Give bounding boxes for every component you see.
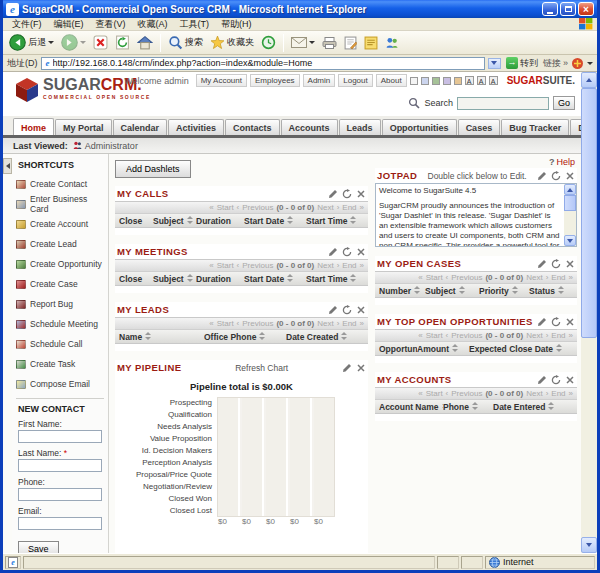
col-account-name[interactable]: Account Name [379,402,443,412]
refresh-button[interactable] [113,34,132,51]
go-button[interactable]: → 转到 [504,57,540,70]
edit-dashlet-icon[interactable] [328,247,338,257]
col-subject[interactable]: Subject [153,274,196,284]
nav-my-account[interactable]: My Account [196,74,247,87]
pagination-next[interactable]: Next [526,331,542,340]
close-dashlet-icon[interactable] [565,171,575,181]
pagination-end[interactable]: End [342,319,356,328]
pagination-previous[interactable]: Previous [451,273,482,282]
edit-dashlet-icon[interactable] [328,189,338,199]
pagination-end[interactable]: End [342,261,356,270]
tab-cases[interactable]: Cases [458,119,501,135]
shortcut-enter-business-card[interactable]: Enter Business Card [16,194,104,214]
theme-swatch-white[interactable] [410,77,418,85]
pagination-end[interactable]: End [342,203,356,212]
mail-button[interactable] [289,35,317,50]
col-phone[interactable]: Phone [443,402,493,412]
address-input[interactable]: e http://192.168.0.148/crm/index.php?act… [41,57,485,70]
refresh-dashlet-icon[interactable] [551,317,561,327]
tab-bug-tracker[interactable]: Bug Tracker [501,119,569,135]
col-start-time[interactable]: Start Time [306,216,364,226]
col-amount[interactable]: Amount [417,344,469,354]
toolbar-extension-icon[interactable] [571,57,584,70]
refresh-dashlet-icon[interactable] [551,259,561,269]
print-button[interactable] [320,35,339,51]
shortcut-create-account[interactable]: Create Account [16,214,104,234]
nav-employees[interactable]: Employees [250,74,300,87]
pagination-start[interactable]: Start [217,203,234,212]
site-search-input[interactable] [457,97,549,110]
last-viewed-administrator[interactable]: Administrator [73,141,138,151]
edit-dashlet-icon[interactable] [537,375,547,385]
add-dashlets-button[interactable]: Add Dashlets [115,160,191,178]
edit-dashlet-icon[interactable] [342,363,352,373]
col-expected-close-date[interactable]: Expected Close Date [469,344,573,354]
tab-home[interactable]: Home [13,118,54,135]
history-button[interactable] [259,34,278,51]
shortcut-report-bug[interactable]: Report Bug [16,294,104,314]
menu-tools[interactable]: 工具(T) [175,18,215,31]
email-field[interactable] [18,517,102,530]
pagination-next[interactable]: Next [317,319,333,328]
back-button[interactable]: 后退 [7,33,56,52]
last-name-field[interactable] [18,459,102,472]
col-subject[interactable]: Subject [425,286,479,296]
shortcut-compose-email[interactable]: Compose Email [16,374,104,394]
col-close[interactable]: Close [119,216,153,226]
close-dashlet-icon[interactable] [565,259,575,269]
close-dashlet-icon[interactable] [356,189,366,199]
close-button[interactable]: × [578,2,594,16]
tab-contacts[interactable]: Contacts [225,119,280,135]
theme-swatch-purple[interactable] [443,77,451,85]
pagination-previous[interactable]: Previous [242,203,273,212]
maximize-button[interactable] [560,2,576,16]
col-number[interactable]: Number [379,286,425,296]
shortcut-schedule-call[interactable]: Schedule Call [16,334,104,354]
col-subject[interactable]: Subject [153,216,196,226]
pagination-next[interactable]: Next [317,203,333,212]
refresh-dashlet-icon[interactable] [551,171,561,181]
pagination-previous[interactable]: Previous [242,319,273,328]
scroll-up-icon[interactable] [581,72,597,88]
col-date-created[interactable]: Date Created [286,332,364,342]
first-name-field[interactable] [18,430,102,443]
menu-file[interactable]: 文件(F) [7,18,47,31]
edit-dashlet-icon[interactable] [537,317,547,327]
shortcut-create-opportunity[interactable]: Create Opportunity [16,254,104,274]
refresh-dashlet-icon[interactable] [342,305,352,315]
site-search-go-button[interactable]: Go [553,96,575,110]
notes-button[interactable] [362,35,380,51]
pagination-end[interactable]: End [551,389,565,398]
edit-dashlet-icon[interactable] [537,259,547,269]
nav-about[interactable]: About [376,74,407,87]
tab-activities[interactable]: Activities [168,119,224,135]
col-duration[interactable]: Duration [196,274,244,284]
refresh-dashlet-icon[interactable] [342,247,352,257]
forward-button[interactable] [59,33,88,52]
menu-help[interactable]: 帮助(H) [216,18,257,31]
save-button[interactable]: Save [18,541,59,553]
pagination-previous[interactable]: Previous [451,331,482,340]
col-duration[interactable]: Duration [196,216,244,226]
refresh-chart-link[interactable]: Refresh Chart [181,363,342,373]
pagination-start[interactable]: Start [426,273,443,282]
col-priority[interactable]: Priority [479,286,529,296]
scrollbar-thumb[interactable] [581,88,597,338]
font-size-small-button[interactable]: A [465,76,474,85]
close-dashlet-icon[interactable] [356,247,366,257]
page-scrollbar[interactable] [581,72,597,553]
address-dropdown-button[interactable] [488,58,501,69]
pagination-next[interactable]: Next [317,261,333,270]
col-date-entered[interactable]: Date Entered [493,402,573,412]
favorites-button[interactable]: 收藏夹 [208,34,256,51]
pagination-start[interactable]: Start [217,319,234,328]
font-size-medium-button[interactable]: A [477,76,486,85]
window-titlebar[interactable]: e SugarCRM - Commercial Open Source CRM … [3,0,597,18]
links-menu[interactable]: 链接 » [543,57,568,70]
refresh-dashlet-icon[interactable] [342,189,352,199]
menu-edit[interactable]: 编辑(E) [49,18,89,31]
col-start-date[interactable]: Start Date [244,216,306,226]
sidebar-collapse-arrow[interactable] [3,158,12,174]
col-status[interactable]: Status [529,286,573,296]
pagination-end[interactable]: End [551,331,565,340]
